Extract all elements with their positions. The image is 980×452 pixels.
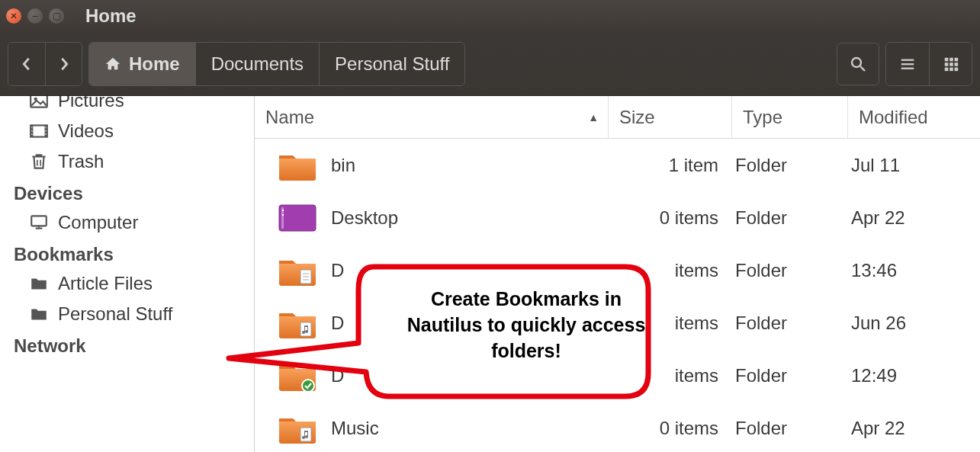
main-area: Pictures Videos Trash Devices Computer B… — [0, 96, 980, 452]
file-name: Desktop — [331, 207, 398, 229]
svg-rect-12 — [949, 67, 953, 71]
column-header-size[interactable]: Size — [609, 96, 732, 138]
file-modified: 13:46 — [848, 260, 980, 281]
sidebar-item-trash[interactable]: Trash — [0, 146, 254, 177]
file-row[interactable]: D items Folder Jun 26 — [255, 297, 980, 349]
home-icon — [104, 56, 121, 72]
sidebar-item-pictures[interactable]: Pictures — [0, 96, 254, 116]
window-controls: ✕ – ▢ — [6, 8, 64, 24]
file-type: Folder — [732, 418, 848, 439]
sidebar-item-computer[interactable]: Computer — [0, 207, 254, 238]
file-row[interactable]: Music 0 items Folder Apr 22 — [255, 402, 980, 452]
titlebar: ✕ – ▢ Home — [0, 0, 980, 32]
svg-rect-30 — [279, 205, 316, 231]
file-type: Folder — [732, 313, 848, 334]
folder-icon — [278, 360, 317, 392]
file-size: 1 item — [609, 155, 732, 176]
breadcrumb-label: Personal Stuff — [335, 53, 449, 75]
pictures-icon — [29, 96, 49, 111]
column-label: Size — [619, 107, 655, 128]
hamburger-icon — [899, 56, 916, 72]
file-row[interactable]: Desktop 0 items Folder Apr 22 — [255, 191, 980, 244]
minimize-window-button[interactable]: – — [27, 8, 43, 24]
svg-rect-6 — [949, 57, 953, 61]
sidebar-item-label: Pictures — [58, 96, 124, 111]
sidebar-network-header: Network — [0, 329, 254, 360]
file-modified: Apr 22 — [848, 207, 980, 229]
file-name: D — [331, 365, 344, 386]
svg-rect-38 — [300, 322, 311, 336]
column-header-type[interactable]: Type — [732, 96, 848, 138]
svg-rect-7 — [954, 57, 958, 61]
file-size: items — [609, 260, 732, 281]
folder-icon — [278, 255, 317, 287]
file-modified: Apr 22 — [848, 418, 980, 439]
forward-button[interactable] — [45, 43, 82, 85]
breadcrumb-personal-stuff[interactable]: Personal Stuff — [319, 43, 464, 85]
svg-rect-10 — [954, 63, 958, 66]
trash-icon — [29, 152, 49, 172]
svg-rect-40 — [300, 428, 311, 441]
svg-rect-33 — [282, 214, 284, 216]
sidebar-item-label: Computer — [58, 212, 138, 233]
svg-point-0 — [852, 58, 861, 67]
list-view-button[interactable] — [886, 43, 929, 85]
svg-rect-24 — [46, 133, 47, 135]
close-window-button[interactable]: ✕ — [6, 8, 21, 24]
folder-icon — [29, 304, 49, 324]
svg-rect-8 — [944, 63, 948, 66]
sidebar-item-label: Article Files — [58, 273, 153, 294]
chevron-right-icon — [57, 57, 71, 71]
svg-point-39 — [302, 380, 314, 392]
svg-rect-2 — [901, 59, 914, 60]
column-headers: Name ▲ Size Type Modified — [255, 96, 980, 139]
breadcrumb-home[interactable]: Home — [89, 43, 195, 85]
folder-icon — [29, 274, 49, 293]
window-title: Home — [85, 5, 137, 27]
sidebar-item-label: Personal Stuff — [58, 303, 172, 325]
svg-rect-13 — [954, 67, 958, 71]
sidebar-item-label: Trash — [58, 151, 104, 172]
sidebar-item-article-files[interactable]: Article Files — [0, 268, 254, 299]
folder-icon — [278, 307, 317, 339]
maximize-window-button[interactable]: ▢ — [49, 8, 64, 24]
file-name: bin — [331, 155, 355, 176]
svg-rect-23 — [46, 130, 47, 132]
nav-buttons — [8, 42, 82, 86]
svg-rect-27 — [31, 216, 47, 226]
column-label: Modified — [859, 107, 928, 128]
column-header-name[interactable]: Name ▲ — [255, 96, 609, 138]
file-type: Folder — [732, 207, 848, 229]
grid-icon — [943, 56, 959, 72]
breadcrumb-documents[interactable]: Documents — [195, 43, 319, 85]
file-row[interactable]: bin 1 item Folder Jul 11 — [255, 139, 980, 191]
file-name: D — [331, 313, 344, 334]
chevron-left-icon — [20, 57, 34, 71]
file-size: items — [609, 313, 732, 334]
sidebar-bookmarks-header: Bookmarks — [0, 238, 254, 268]
sidebar-item-personal-stuff[interactable]: Personal Stuff — [0, 299, 254, 329]
svg-line-1 — [860, 66, 865, 71]
folder-icon — [278, 149, 317, 181]
file-list: Name ▲ Size Type Modified bin 1 item Fol… — [255, 96, 980, 452]
back-button[interactable] — [8, 43, 45, 85]
file-row[interactable]: D items Folder 12:49 — [255, 349, 980, 402]
file-size: 0 items — [609, 418, 732, 439]
folder-icon — [278, 202, 317, 234]
svg-rect-9 — [949, 63, 953, 66]
file-type: Folder — [732, 365, 848, 386]
search-button[interactable] — [837, 43, 879, 85]
file-row[interactable]: D items Folder 13:46 — [255, 244, 980, 297]
sidebar-item-videos[interactable]: Videos — [0, 116, 254, 146]
svg-rect-4 — [901, 67, 914, 69]
view-menu-group — [885, 42, 972, 86]
grid-view-button[interactable] — [929, 43, 972, 85]
column-label: Type — [743, 107, 782, 128]
svg-rect-32 — [282, 210, 284, 211]
sidebar-devices-header: Devices — [0, 177, 254, 207]
search-icon — [849, 55, 867, 73]
file-size: items — [609, 365, 732, 386]
sort-ascending-icon: ▲ — [588, 111, 599, 123]
column-header-modified[interactable]: Modified — [848, 96, 980, 138]
file-modified: Jun 26 — [848, 313, 980, 334]
